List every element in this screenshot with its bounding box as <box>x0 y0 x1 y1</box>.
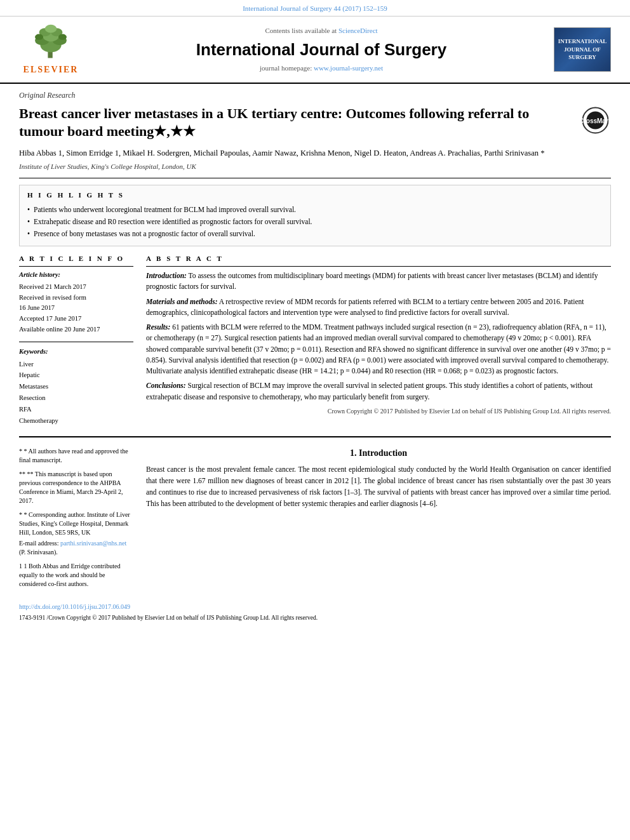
abstract-text: Introduction: To assess the outcomes fro… <box>146 270 611 416</box>
highlights-section: H I G H L I G H T S • Patients who under… <box>19 185 611 246</box>
footnote-coauthors: 1 1 Both Abbas and Erridge contributed e… <box>19 562 133 589</box>
article-title-row: Breast cancer liver metastases in a UK t… <box>19 105 611 141</box>
introduction-paragraph-1: Breast cancer is the most prevalent fema… <box>146 464 611 509</box>
keyword-hepatic: Hepatic <box>19 370 133 381</box>
keyword-liver: Liver <box>19 359 133 370</box>
journal-header: ELSEVIER Contents lists available at Sci… <box>0 17 630 84</box>
journal-citation: International Journal of Surgery 44 (201… <box>0 0 630 17</box>
revised-date: 16 June 2017 <box>19 303 133 314</box>
abstract-results-label: Results: <box>146 323 170 331</box>
footnote-corresponding: * * Corresponding author. Institute of L… <box>19 510 133 557</box>
doi-anchor[interactable]: http://dx.doi.org/10.1016/j.ijsu.2017.06… <box>19 603 130 610</box>
footnotes-column: * * All authors have read and approved t… <box>19 447 133 594</box>
footnote-email: E-mail address: parthi.srinivasan@nhs.ne… <box>19 539 133 557</box>
journal-homepage: journal homepage: www.journal-surgery.ne… <box>102 63 541 73</box>
elsevier-logo-section: ELSEVIER <box>13 23 89 76</box>
journal-cover: INTERNATIONAL JOURNAL OF SURGERY <box>554 27 617 72</box>
journal-cover-image: INTERNATIONAL JOURNAL OF SURGERY <box>554 27 611 72</box>
svg-text:CrossMark: CrossMark <box>581 117 610 124</box>
article-title: Breast cancer liver metastases in a UK t… <box>19 105 566 141</box>
abstract-conclusions-text: Surgical resection of BCLM may improve t… <box>146 382 593 400</box>
highlight-item-3: • Presence of bony metastases was not a … <box>27 229 603 239</box>
article-content: Original Research Breast cancer liver me… <box>0 84 630 635</box>
abstract-results-para: Results: 61 patients with BCLM were refe… <box>146 322 611 377</box>
crossmark-svg: CrossMark <box>581 106 610 135</box>
keyword-rfa: RFA <box>19 404 133 415</box>
journal-title-section: Contents lists available at ScienceDirec… <box>89 26 554 74</box>
info-divider <box>19 342 133 342</box>
abstract-copyright: Crown Copyright © 2017 Published by Else… <box>146 406 611 416</box>
authors: Hiba Abbas 1, Simon Erridge 1, Mikael H.… <box>19 147 611 159</box>
footnote-star1: * * All authors have read and approved t… <box>19 447 133 465</box>
bullet-icon: • <box>27 229 30 239</box>
svg-point-9 <box>58 34 67 40</box>
article-dates: Received 21 March 2017 Received in revis… <box>19 282 133 335</box>
introduction-content: 1. Introduction Breast cancer is the mos… <box>146 447 611 594</box>
email-link[interactable]: parthi.srinivasan@nhs.net <box>60 540 126 547</box>
article-history-group: Article history: Received 21 March 2017 … <box>19 270 133 335</box>
elsevier-text: ELSEVIER <box>23 63 79 76</box>
article-info-column: A R T I C L E I N F O Article history: R… <box>19 254 133 427</box>
highlight-text-1: Patients who underwent locoregional trea… <box>34 204 296 215</box>
highlights-title: H I G H L I G H T S <box>27 190 603 200</box>
sciencedirect-link[interactable]: ScienceDirect <box>338 27 378 34</box>
keywords-section: Keywords: Liver Hepatic Metastases Resec… <box>19 347 133 427</box>
abstract-section-label: A B S T R A C T <box>146 254 611 267</box>
abstract-intro-para: Introduction: To assess the outcomes fro… <box>146 270 611 293</box>
keyword-chemotherapy: Chemotherapy <box>19 415 133 427</box>
available-date: Available online 20 June 2017 <box>19 324 133 335</box>
two-column-layout: A R T I C L E I N F O Article history: R… <box>19 254 611 427</box>
svg-point-7 <box>45 25 57 33</box>
abstract-intro-label: Introduction: <box>146 272 187 279</box>
accepted-date: Accepted 17 June 2017 <box>19 314 133 324</box>
crossmark-icon[interactable]: CrossMark <box>579 105 611 137</box>
introduction-section: * * All authors have read and approved t… <box>19 447 611 594</box>
abstract-intro-text: To assess the outcomes from multidiscipl… <box>146 272 598 290</box>
abstract-results-text: 61 patients with BCLM were referred to t… <box>146 323 611 375</box>
keyword-metastases: Metastases <box>19 381 133 392</box>
doi-link[interactable]: http://dx.doi.org/10.1016/j.ijsu.2017.06… <box>19 603 611 611</box>
abstract-conclusions-para: Conclusions: Surgical resection of BCLM … <box>146 380 611 403</box>
main-divider <box>19 436 611 437</box>
footnote-star2: ** ** This manuscript is based upon prev… <box>19 470 133 505</box>
abstract-conclusions-label: Conclusions: <box>146 382 186 389</box>
revised-label: Received in revised form <box>19 293 133 303</box>
introduction-title: 1. Introduction <box>146 447 611 460</box>
abstract-methods-para: Materials and methods: A retrospective r… <box>146 297 611 319</box>
journal-homepage-link[interactable]: www.journal-surgery.net <box>314 64 383 72</box>
article-type: Original Research <box>19 90 611 101</box>
highlight-text-2: Extrahepatic disease and R0 resection we… <box>34 217 312 227</box>
received-date: Received 21 March 2017 <box>19 282 133 293</box>
elsevier-logo: ELSEVIER <box>13 23 89 76</box>
journal-title: International Journal of Surgery <box>102 38 541 61</box>
highlight-text-3: Presence of bony metastases was not a pr… <box>34 229 255 239</box>
elsevier-tree-icon <box>25 23 76 61</box>
history-label: Article history: <box>19 270 133 280</box>
affiliation: Institute of Liver Studies, King's Colle… <box>19 162 611 171</box>
bullet-icon: • <box>27 204 30 215</box>
svg-point-8 <box>35 34 43 40</box>
highlight-item-1: • Patients who underwent locoregional tr… <box>27 204 603 215</box>
article-info-section-label: A R T I C L E I N F O <box>19 254 133 267</box>
highlight-item-2: • Extrahepatic disease and R0 resection … <box>27 217 603 227</box>
keyword-resection: Resection <box>19 392 133 404</box>
bottom-copyright: 1743-9191 /Crown Copyright © 2017 Publis… <box>19 614 611 622</box>
abstract-methods-label: Materials and methods: <box>146 298 217 305</box>
abstract-column: A B S T R A C T Introduction: To assess … <box>146 254 611 427</box>
bullet-icon: • <box>27 217 30 227</box>
keywords-label: Keywords: <box>19 347 133 357</box>
divider-1 <box>19 178 611 178</box>
contents-line: Contents lists available at ScienceDirec… <box>102 26 541 36</box>
